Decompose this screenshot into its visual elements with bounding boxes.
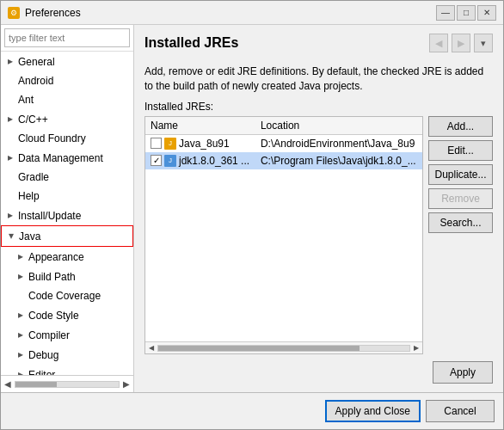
- sidebar-item-help[interactable]: Help: [1, 187, 133, 206]
- right-panel: Installed JREs ◀ ▶ ▾ Add, remove or edit…: [134, 25, 503, 392]
- sidebar-label-ant: Ant: [18, 92, 34, 108]
- chevron-appearance: [18, 249, 27, 265]
- row2-checkbox[interactable]: ✓: [151, 155, 162, 166]
- sidebar-label-editor: Editor: [28, 367, 55, 376]
- edit-button[interactable]: Edit...: [428, 140, 493, 161]
- sidebar-item-code-coverage[interactable]: Code Coverage: [1, 286, 133, 305]
- nav-menu-button[interactable]: ▾: [474, 34, 493, 52]
- row1-name: J Java_8u91: [151, 138, 250, 150]
- scroll-right-btn[interactable]: ▶: [123, 379, 130, 389]
- jre-table: Name Location: [145, 117, 422, 169]
- table-row[interactable]: ✓ J jdk1.8.0_361 ... C:\Program Files\Ja…: [145, 152, 422, 169]
- chevron-editor: [18, 366, 27, 375]
- remove-button[interactable]: Remove: [428, 188, 493, 209]
- col-location: Location: [255, 117, 422, 135]
- row2-name: ✓ J jdk1.8.0_361 ...: [151, 155, 250, 167]
- cancel-button[interactable]: Cancel: [426, 400, 495, 422]
- row1-location: D:\AndroidEnvironment\Java_8u9: [255, 134, 422, 152]
- bottom-bar: Apply and Close Cancel: [1, 392, 503, 429]
- back-button[interactable]: ◀: [429, 34, 448, 52]
- chevron-data-management: [8, 150, 16, 166]
- add-button[interactable]: Add...: [428, 116, 493, 137]
- window-title: Preferences: [25, 7, 81, 19]
- row2-location: C:\Program Files\Java\jdk1.8.0_...: [255, 152, 422, 169]
- scroll-left-btn[interactable]: ◀: [4, 379, 11, 389]
- sidebar-item-ant[interactable]: Ant: [1, 90, 133, 109]
- sidebar-label-cpp: C/C++: [18, 112, 48, 127]
- sidebar-item-general[interactable]: General: [1, 52, 133, 71]
- search-button[interactable]: Search...: [428, 212, 493, 233]
- sidebar-item-build-path[interactable]: Build Path: [1, 267, 133, 286]
- h-scroll-thumb: [158, 346, 360, 351]
- title-bar: ⚙ Preferences — □ ✕: [1, 1, 503, 25]
- installed-jres-label: Installed JREs:: [144, 101, 493, 113]
- sidebar-label-help: Help: [18, 188, 40, 204]
- table-scrollbar[interactable]: ◀ ▶: [145, 341, 422, 353]
- sidebar-label-install-update: Install/Update: [18, 208, 81, 224]
- row1-checkbox[interactable]: [151, 138, 162, 149]
- sidebar-item-data-management[interactable]: Data Management: [1, 148, 133, 168]
- app-icon: ⚙: [8, 7, 20, 19]
- sidebar-label-java: Java: [19, 229, 40, 244]
- row2-name-cell: ✓ J jdk1.8.0_361 ...: [145, 152, 255, 169]
- sidebar-label-gradle: Gradle: [18, 169, 49, 185]
- sidebar-item-gradle[interactable]: Gradle: [1, 168, 133, 187]
- sidebar-label-compiler: Compiler: [28, 328, 70, 343]
- row2-icon: J: [164, 155, 176, 167]
- chevron-compiler: [18, 327, 27, 343]
- sidebar-item-cpp[interactable]: C/C++: [1, 109, 133, 129]
- chevron-general: [8, 53, 16, 70]
- scroll-left-arrow[interactable]: ◀: [147, 344, 156, 352]
- sidebar-item-java[interactable]: Java: [1, 225, 133, 247]
- chevron-code-style: [18, 307, 27, 323]
- h-scroll-track[interactable]: [157, 345, 410, 352]
- forward-button[interactable]: ▶: [452, 34, 470, 52]
- panel-nav: ◀ ▶ ▾: [429, 34, 493, 52]
- scroll-thumb: [15, 382, 57, 387]
- scroll-right-arrow[interactable]: ▶: [412, 344, 421, 352]
- maximize-button[interactable]: □: [457, 5, 476, 21]
- row2-name-text: jdk1.8.0_361 ...: [179, 155, 249, 167]
- sidebar-item-cloud-foundry[interactable]: Cloud Foundry: [1, 129, 133, 148]
- close-button[interactable]: ✕: [477, 5, 496, 21]
- panel-description: Add, remove or edit JRE definitions. By …: [144, 64, 493, 94]
- sidebar-scrollbar[interactable]: ◀ ▶: [1, 375, 133, 392]
- filter-input[interactable]: [4, 28, 130, 47]
- chevron-build-path: [18, 268, 27, 285]
- sidebar-item-install-update[interactable]: Install/Update: [1, 206, 133, 225]
- chevron-cpp: [8, 111, 16, 127]
- window-controls: — □ ✕: [436, 5, 496, 21]
- minimize-button[interactable]: —: [436, 5, 455, 21]
- main-content: General Android Ant C/C++: [1, 25, 503, 392]
- title-bar-left: ⚙ Preferences: [8, 7, 81, 19]
- sidebar-item-editor[interactable]: Editor: [1, 365, 133, 375]
- row1-name-cell: J Java_8u91: [145, 134, 255, 152]
- sidebar-item-appearance[interactable]: Appearance: [1, 247, 133, 267]
- sidebar-item-debug[interactable]: Debug: [1, 345, 133, 365]
- sidebar-item-android[interactable]: Android: [1, 71, 133, 90]
- table-row[interactable]: J Java_8u91 D:\AndroidEnvironment\Java_8…: [145, 134, 422, 152]
- duplicate-button[interactable]: Duplicate...: [428, 164, 493, 185]
- sidebar-label-code-style: Code Style: [28, 308, 79, 323]
- row1-name-text: Java_8u91: [179, 138, 230, 150]
- sidebar-label-cloud-foundry: Cloud Foundry: [18, 131, 86, 146]
- chevron-debug: [18, 347, 27, 363]
- sidebar-item-compiler[interactable]: Compiler: [1, 325, 133, 345]
- sidebar-label-general: General: [18, 54, 55, 70]
- sidebar-label-debug: Debug: [28, 347, 58, 363]
- jre-table-wrapper: Name Location: [144, 116, 423, 354]
- row1-icon: J: [164, 138, 176, 150]
- side-buttons: Add... Edit... Duplicate... Remove Searc…: [428, 116, 493, 354]
- apply-and-close-button[interactable]: Apply and Close: [325, 400, 421, 422]
- right-panel-inner: Installed JREs ◀ ▶ ▾ Add, remove or edit…: [144, 34, 493, 384]
- chevron-install-update: [8, 207, 16, 224]
- scroll-track[interactable]: [15, 381, 120, 388]
- col-name: Name: [145, 117, 255, 135]
- chevron-java: [9, 228, 17, 244]
- tree: General Android Ant C/C++: [1, 52, 133, 375]
- panel-title: Installed JREs: [144, 35, 238, 51]
- sidebar-item-code-style[interactable]: Code Style: [1, 305, 133, 325]
- sidebar-label-appearance: Appearance: [28, 249, 84, 265]
- apply-button[interactable]: Apply: [433, 361, 493, 384]
- preferences-window: ⚙ Preferences — □ ✕ General: [0, 0, 504, 430]
